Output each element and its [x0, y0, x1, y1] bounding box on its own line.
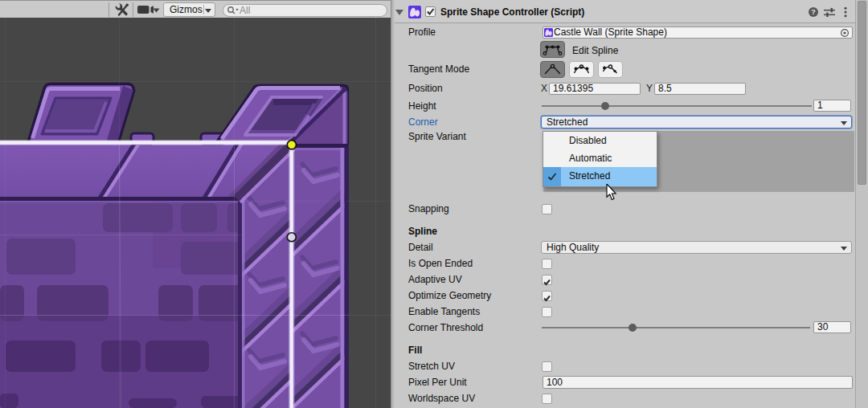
svg-text:?: ?: [811, 8, 816, 16]
